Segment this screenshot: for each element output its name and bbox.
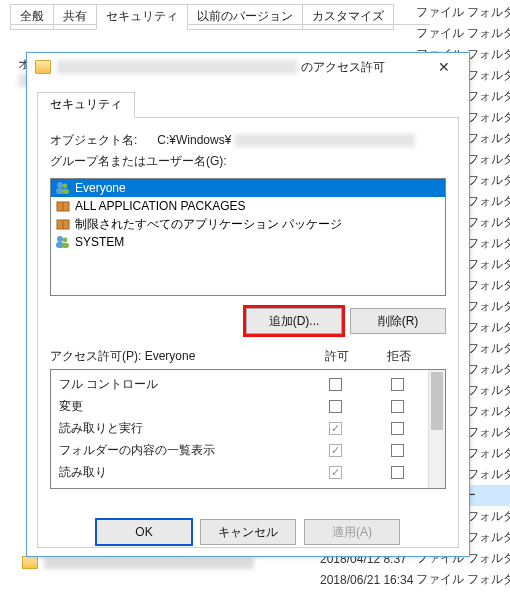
group-item[interactable]: SYSTEM	[51, 233, 445, 251]
ok-button[interactable]: OK	[96, 519, 192, 545]
svg-rect-11	[62, 243, 69, 248]
titlebar[interactable]: のアクセス許可 ✕	[27, 53, 469, 81]
permission-row: フォルダーの内容の一覧表示	[51, 439, 428, 461]
properties-tab[interactable]: セキュリティ	[96, 4, 188, 30]
cancel-button[interactable]: キャンセル	[200, 519, 296, 545]
permissions-header: アクセス許可(P): Everyone 許可 拒否	[50, 348, 446, 365]
svg-point-8	[57, 236, 63, 242]
dialog-buttons: OK キャンセル 適用(A)	[38, 513, 458, 547]
permission-label: 変更	[59, 398, 304, 415]
allow-checkbox[interactable]	[329, 378, 342, 391]
svg-point-1	[63, 184, 68, 189]
folder-icon	[22, 556, 38, 569]
blurred-text	[57, 60, 297, 74]
group-item[interactable]: Everyone	[51, 179, 445, 197]
groups-listbox[interactable]: EveryoneALL APPLICATION PACKAGES制限されたすべて…	[50, 178, 446, 296]
add-button[interactable]: 追加(D)...	[246, 308, 342, 334]
permissions-dialog: のアクセス許可 ✕ セキュリティ オブジェクト名: C:¥Windows¥ グル…	[26, 52, 470, 557]
properties-tabs: 全般共有セキュリティ以前のバージョンカスタマイズ	[10, 4, 393, 30]
group-item[interactable]: 制限されたすべてのアプリケーション パッケージ	[51, 215, 445, 233]
permissions-rows: フル コントロール変更読み取りと実行フォルダーの内容の一覧表示読み取り	[51, 370, 428, 488]
permission-row: 読み取り	[51, 461, 428, 483]
close-button[interactable]: ✕	[425, 56, 463, 78]
object-path-prefix: C:¥Windows¥	[157, 133, 231, 147]
group-item-label: ALL APPLICATION PACKAGES	[75, 199, 246, 213]
apply-button[interactable]: 適用(A)	[304, 519, 400, 545]
users-icon	[55, 235, 71, 249]
type-cell: ファイル フォルダー	[410, 23, 510, 44]
svg-rect-3	[62, 189, 69, 194]
svg-point-0	[57, 182, 63, 188]
package-icon	[55, 217, 71, 231]
svg-point-9	[63, 238, 68, 243]
scrollbar-thumb[interactable]	[431, 372, 443, 430]
deny-checkbox[interactable]	[391, 466, 404, 479]
properties-tab[interactable]: 以前のバージョン	[187, 4, 303, 30]
deny-checkbox[interactable]	[391, 400, 404, 413]
date-cell: 2018/06/21 16:34	[320, 570, 413, 591]
permission-row: 変更	[51, 395, 428, 417]
permission-row: 読み取りと実行	[51, 417, 428, 439]
deny-checkbox[interactable]	[391, 422, 404, 435]
properties-tab[interactable]: 共有	[53, 4, 97, 30]
deny-checkbox[interactable]	[391, 378, 404, 391]
scrollbar[interactable]	[428, 370, 445, 488]
permission-label: 読み取りと実行	[59, 420, 304, 437]
permission-row: フル コントロール	[51, 373, 428, 395]
properties-tab[interactable]: カスタマイズ	[302, 4, 394, 30]
allow-column-header: 許可	[306, 348, 368, 365]
groups-label: グループ名またはユーザー名(G):	[50, 153, 446, 170]
folder-icon	[35, 60, 51, 74]
group-item-label: Everyone	[75, 181, 126, 195]
object-name-row: オブジェクト名: C:¥Windows¥	[50, 132, 446, 149]
allow-checkbox[interactable]	[329, 400, 342, 413]
object-name-label: オブジェクト名:	[50, 133, 137, 147]
allow-checkbox[interactable]	[329, 444, 342, 457]
deny-column-header: 拒否	[368, 348, 430, 365]
title-suffix: のアクセス許可	[301, 59, 385, 76]
blurred-text	[44, 557, 254, 569]
properties-tab-border	[10, 24, 430, 25]
remove-button[interactable]: 削除(R)	[350, 308, 446, 334]
tab-security[interactable]: セキュリティ	[37, 92, 135, 118]
permissions-listbox: フル コントロール変更読み取りと実行フォルダーの内容の一覧表示読み取り	[50, 369, 446, 489]
permission-label: 読み取り	[59, 464, 304, 481]
allow-checkbox[interactable]	[329, 466, 342, 479]
deny-checkbox[interactable]	[391, 444, 404, 457]
users-icon	[55, 181, 71, 195]
allow-checkbox[interactable]	[329, 422, 342, 435]
security-panel: オブジェクト名: C:¥Windows¥ グループ名またはユーザー名(G): E…	[37, 117, 459, 548]
properties-tab[interactable]: 全般	[10, 4, 54, 30]
permission-label: フル コントロール	[59, 376, 304, 393]
blurred-text	[235, 134, 415, 147]
type-cell: ファイル フォルダー	[410, 569, 510, 590]
permission-label: フォルダーの内容の一覧表示	[59, 442, 304, 459]
group-item[interactable]: ALL APPLICATION PACKAGES	[51, 197, 445, 215]
close-icon: ✕	[438, 59, 450, 75]
group-item-label: 制限されたすべてのアプリケーション パッケージ	[75, 216, 342, 233]
group-item-label: SYSTEM	[75, 235, 124, 249]
package-icon	[55, 199, 71, 213]
permissions-for-label: アクセス許可(P): Everyone	[50, 348, 306, 365]
type-cell: ファイル フォルダー	[410, 2, 510, 23]
